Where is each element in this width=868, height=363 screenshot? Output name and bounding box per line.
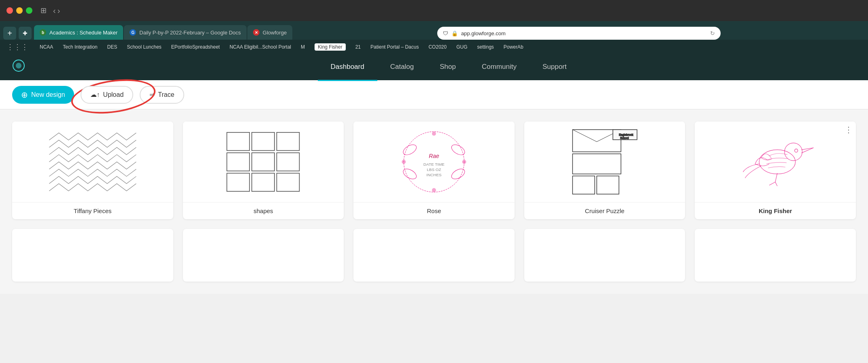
url-bar[interactable]: 🛡 🔒 app.glowforge.com ↻ — [437, 27, 721, 40]
design-card-row2-4[interactable] — [524, 229, 685, 282]
design-image-shapes — [183, 122, 344, 203]
close-button[interactable] — [6, 7, 13, 14]
trace-icon: ⇒ — [149, 91, 155, 98]
bookmark-patient-portal[interactable]: Patient Portal – Dacus — [370, 44, 419, 50]
bookmark-powerab[interactable]: PowerAb — [504, 44, 523, 50]
bookmark-des[interactable]: DES — [107, 44, 117, 50]
design-title-rose: Rose — [353, 203, 515, 219]
nav-shop[interactable]: Shop — [427, 54, 469, 81]
svg-rect-3 — [252, 132, 274, 151]
design-grid: Tiffany Pieces — [12, 122, 856, 219]
trace-button[interactable]: ⇒ Trace — [140, 86, 184, 104]
design-card-tiffany[interactable]: Tiffany Pieces — [12, 122, 173, 219]
nav-arrows: ‹ › — [53, 6, 60, 15]
bookmark-school-lunches[interactable]: School Lunches — [127, 44, 161, 50]
nav-dashboard[interactable]: Dashboard — [318, 54, 377, 81]
upload-button[interactable]: ☁↑ Upload — [81, 86, 134, 104]
svg-rect-7 — [277, 153, 300, 171]
design-card-row2-1[interactable] — [12, 229, 173, 282]
design-card-row2-3[interactable] — [353, 229, 515, 282]
tab-favicon-google: G — [130, 29, 136, 36]
design-card-rose[interactable]: Rae DATE TIME LBS OZ INCHES Rose — [353, 122, 515, 219]
svg-line-35 — [769, 182, 775, 185]
tabs-bar: + ✚ b Academics : Schedule Maker G Daily… — [0, 21, 868, 40]
bookmark-m[interactable]: M — [301, 44, 305, 50]
svg-text:Eaglebrook: Eaglebrook — [619, 133, 633, 137]
design-image-kingfisher: ⋮ — [695, 122, 856, 203]
bookmark-co2020[interactable]: CO2020 — [428, 44, 447, 50]
svg-rect-29 — [572, 176, 595, 194]
svg-rect-8 — [227, 173, 250, 191]
upload-button-wrapper: ☁↑ Upload — [81, 86, 134, 104]
svg-point-13 — [450, 143, 466, 157]
svg-point-12 — [402, 143, 418, 157]
svg-point-20 — [432, 132, 436, 136]
svg-rect-28 — [572, 154, 621, 174]
svg-rect-6 — [252, 153, 274, 171]
tab-favicon-glowforge: ✕ — [253, 29, 260, 36]
svg-line-36 — [775, 182, 777, 186]
minimize-button[interactable] — [16, 7, 23, 14]
nav-support[interactable]: Support — [530, 54, 580, 81]
traffic-lights — [6, 7, 32, 14]
design-title-tiffany: Tiffany Pieces — [12, 203, 173, 219]
svg-text:LBS     OZ: LBS OZ — [427, 167, 441, 172]
title-bar: ⊞ ‹ › — [0, 0, 868, 21]
tab-glowforge[interactable]: ✕ Glowforge — [247, 25, 292, 40]
design-card-cruiser[interactable]: Eaglebrook School Cruiser Puzzle — [524, 122, 685, 219]
shield-icon: 🛡 — [443, 30, 448, 36]
svg-point-22 — [462, 160, 466, 164]
svg-rect-5 — [227, 153, 250, 171]
glowforge-logo-icon — [12, 59, 25, 75]
sidebar-toggle-icon[interactable]: ⊞ — [40, 6, 47, 15]
tab-academics[interactable]: b Academics : Schedule Maker — [34, 25, 123, 40]
svg-text:DATE     TIME: DATE TIME — [423, 162, 445, 167]
design-card-row2-5[interactable] — [695, 229, 856, 282]
svg-text:INCHES: INCHES — [426, 173, 442, 177]
url-text: app.glowforge.com — [461, 30, 506, 36]
action-bar: ⊕ New design ☁↑ Upload ⇒ Trace — [0, 80, 868, 109]
svg-text:School: School — [620, 137, 629, 139]
design-image-cruiser: Eaglebrook School — [524, 122, 685, 203]
design-title-cruiser: Cruiser Puzzle — [524, 203, 685, 219]
back-icon[interactable]: ‹ — [53, 6, 56, 15]
refresh-icon[interactable]: ↻ — [710, 30, 715, 36]
svg-text:Rae: Rae — [429, 153, 439, 159]
design-card-row2-2[interactable] — [183, 229, 344, 282]
bookmark-king-fisher[interactable]: King Fisher — [315, 43, 346, 51]
main-navigation: Dashboard Catalog Shop Community Support — [0, 54, 868, 80]
bookmark-21[interactable]: 21 — [355, 44, 361, 50]
forward-icon[interactable]: › — [57, 6, 60, 15]
svg-point-21 — [402, 160, 406, 164]
design-card-shapes[interactable]: shapes — [183, 122, 344, 219]
nav-catalog[interactable]: Catalog — [377, 54, 427, 81]
bookmark-eportfolio[interactable]: EPortfolioSpreadsheet — [171, 44, 220, 50]
nav-community[interactable]: Community — [469, 54, 530, 81]
bookmark-gug[interactable]: GUG — [456, 44, 467, 50]
bookmark-ncaa-eligibility[interactable]: NCAA Eligibil...School Portal — [230, 44, 291, 50]
bookmark-settings[interactable]: settings — [477, 44, 494, 50]
bookmarks-bar: ⋮⋮⋮ NCAA Tech Integration DES School Lun… — [0, 40, 868, 54]
bookmark-tech-integration[interactable]: Tech Integration — [63, 44, 97, 50]
tab-label-academics: Academics : Schedule Maker — [49, 30, 117, 36]
bookmark-ncaa[interactable]: NCAA — [40, 44, 53, 50]
design-card-kingfisher[interactable]: ⋮ — [695, 122, 856, 219]
upload-icon: ☁↑ — [90, 91, 100, 98]
svg-rect-2 — [227, 132, 250, 151]
design-grid-row2 — [12, 229, 856, 282]
card-menu-icon[interactable]: ⋮ — [845, 125, 853, 135]
svg-point-23 — [432, 188, 436, 192]
tab-google-docs[interactable]: G Daily P-by-P 2022-February – Google Do… — [124, 25, 247, 40]
maximize-button[interactable] — [26, 7, 32, 14]
lock-icon: 🔒 — [451, 30, 458, 36]
svg-point-33 — [795, 149, 798, 152]
svg-rect-4 — [277, 132, 300, 151]
new-tab-button-2[interactable]: ✚ — [19, 27, 32, 40]
design-title-shapes: shapes — [183, 203, 344, 219]
tab-label-glowforge: Glowforge — [263, 30, 287, 36]
new-tab-button[interactable]: + — [3, 27, 16, 40]
tab-favicon-academics: b — [40, 29, 46, 36]
svg-rect-10 — [277, 173, 300, 191]
apps-icon[interactable]: ⋮⋮⋮ — [6, 43, 28, 51]
new-design-button[interactable]: ⊕ New design — [12, 86, 74, 104]
